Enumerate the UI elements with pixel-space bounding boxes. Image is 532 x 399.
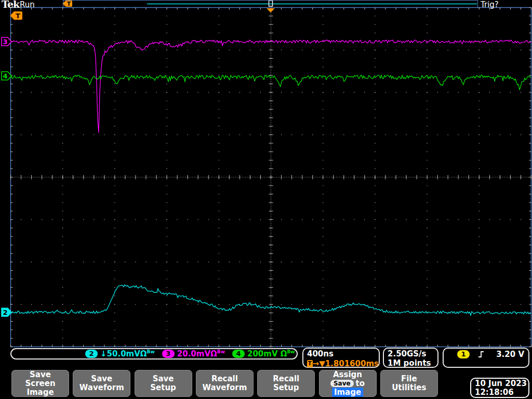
- channel-4-badge: 4: [232, 350, 245, 358]
- scope-display: TT342: [0, 0, 532, 399]
- channel-3-readout: 320.0mVΩBw: [162, 349, 225, 358]
- trigger-source-badge: 1: [457, 350, 470, 358]
- button-label: Setup: [273, 383, 299, 392]
- save-screen-image-button[interactable]: SaveScreen Image: [11, 370, 69, 397]
- channel-4-waveform: [10, 75, 531, 90]
- trigger-position-marker: [267, 8, 275, 12]
- trigger-t-icon: T: [307, 360, 313, 367]
- channel-readouts-box: 2↓50.0mVΩBw320.0mVΩBw4200mV ΩBw: [10, 348, 298, 360]
- record-length: 1M points: [388, 358, 437, 368]
- trigger-level: 3.20 V: [496, 350, 524, 359]
- svg-text:T: T: [16, 12, 20, 20]
- channel-4-scale: 200mV ΩBw: [247, 349, 295, 358]
- oscilloscope-screen: TT342 Tek Run Trig? 2↓50.0mVΩBw320.0mVΩB…: [0, 0, 532, 399]
- time-label: 12:18:06: [475, 388, 528, 397]
- button-label: Screen Image: [12, 379, 69, 397]
- file-utilities-button[interactable]: FileUtilities: [380, 370, 438, 397]
- button-label: Save: [91, 375, 112, 383]
- timebase-readout-box: 400ns T→▼1.801600ms: [302, 348, 380, 368]
- channel-2-marker: 2: [2, 308, 11, 316]
- svg-text:4: 4: [3, 72, 7, 80]
- button-label: Assign: [333, 370, 362, 379]
- delay-value: 1.801600ms: [325, 359, 379, 368]
- button-label: Recall: [273, 375, 299, 383]
- button-label: Save: [30, 370, 51, 379]
- svg-text:2: 2: [3, 309, 7, 316]
- tek-logo: Tek: [2, 0, 19, 10]
- recall-waveform-button[interactable]: RecallWaveform: [196, 370, 254, 397]
- assign-save-to-image-button[interactable]: AssignSavetoImage: [319, 370, 377, 397]
- date-label: 10 Jun 2023: [475, 379, 528, 388]
- button-label: Utilities: [392, 383, 426, 392]
- bandwidth-limit-indicator: Bw: [287, 349, 295, 354]
- channel-2-badge: 2: [85, 350, 98, 358]
- datetime-box: 10 Jun 2023 12:18:06: [470, 378, 529, 398]
- button-label: Recall: [211, 375, 238, 383]
- recall-setup-button[interactable]: RecallSetup: [257, 370, 315, 397]
- trigger-status: Trig?: [481, 0, 499, 9]
- trigger-readout-box: 1 3.20 V: [443, 348, 529, 368]
- save-key-icon: Save: [330, 380, 354, 387]
- timebase-scale: 400ns: [307, 349, 379, 358]
- button-label: Waveform: [202, 383, 247, 392]
- rising-edge-icon: [477, 350, 485, 358]
- channel-3-marker: 3: [2, 37, 11, 46]
- button-label: to: [356, 379, 365, 388]
- horizontal-delay-readout: T→▼1.801600ms: [307, 359, 379, 368]
- marker-icon: ▼: [319, 359, 325, 368]
- button-label: File: [401, 375, 417, 383]
- button-label: Waveform: [79, 383, 124, 392]
- trigger-level-t-marker: T: [10, 11, 23, 20]
- save-setup-button[interactable]: SaveSetup: [135, 370, 192, 397]
- acquisition-status: Run: [20, 0, 35, 9]
- button-label: Setup: [150, 383, 176, 392]
- save-waveform-button[interactable]: SaveWaveform: [73, 370, 130, 397]
- svg-text:3: 3: [3, 38, 7, 46]
- button-label: Save: [153, 375, 174, 383]
- channel-4-readout: 4200mV ΩBw: [232, 349, 295, 358]
- channel-3-badge: 3: [162, 350, 175, 358]
- acquisition-window-bar: [63, 0, 478, 8]
- acquisition-readout-box: 2.50GS/s 1M points: [383, 348, 438, 368]
- bandwidth-limit-indicator: Bw: [217, 349, 225, 354]
- sample-rate: 2.50GS/s: [388, 349, 437, 358]
- arrow-icon: →: [313, 359, 320, 368]
- assign-save-row: Saveto: [330, 379, 365, 388]
- channel-3-scale: 20.0mVΩBw: [177, 349, 225, 358]
- assign-target-highlight: Image: [332, 388, 363, 397]
- channel-2-readout: 2↓50.0mVΩBw: [85, 349, 155, 358]
- bandwidth-limit-indicator: Bw: [147, 349, 155, 354]
- channel-2-scale: ↓50.0mVΩBw: [100, 349, 155, 358]
- channel-4-marker: 4: [2, 72, 11, 80]
